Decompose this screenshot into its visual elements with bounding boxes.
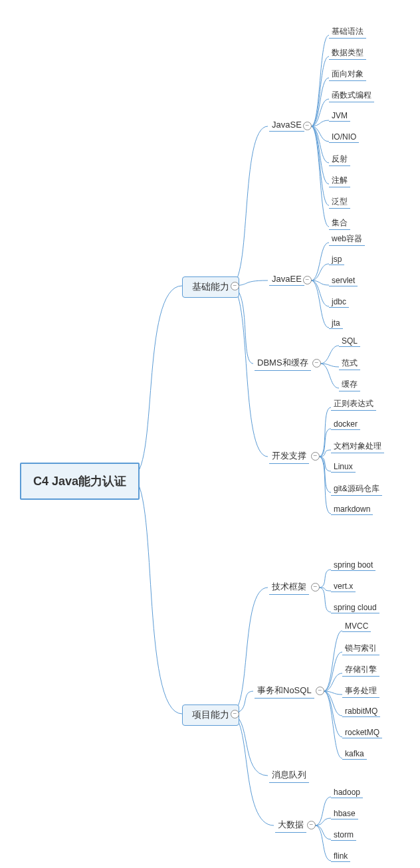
mid-bigdata[interactable]: 大数据 xyxy=(275,817,306,833)
collapse-icon[interactable]: − xyxy=(307,821,316,829)
collapse-icon[interactable]: − xyxy=(303,122,312,130)
leaf-node[interactable]: hadoop xyxy=(331,787,363,798)
leaf-node[interactable]: vert.x xyxy=(331,581,356,592)
leaf-node[interactable]: 范式 xyxy=(339,357,360,370)
leaf-node[interactable]: IO/NIO xyxy=(329,132,359,143)
leaf-node[interactable]: flink xyxy=(331,851,350,862)
leaf-node[interactable]: spring cloud xyxy=(331,602,379,613)
collapse-icon[interactable]: − xyxy=(312,359,321,368)
collapse-icon[interactable]: − xyxy=(231,282,239,290)
collapse-icon[interactable]: − xyxy=(316,687,324,695)
leaf-node[interactable]: jdbc xyxy=(329,296,349,308)
mid-dbms[interactable]: DBMS和缓存 xyxy=(255,356,311,371)
mid-javase[interactable]: JavaSE xyxy=(269,118,304,132)
mid-transaction[interactable]: 事务和NoSQL xyxy=(255,683,314,699)
leaf-node[interactable]: servlet xyxy=(329,275,358,286)
leaf-node[interactable]: MVCC xyxy=(342,621,371,632)
leaf-node[interactable]: 注解 xyxy=(329,174,350,187)
root-node[interactable]: C4 Java能力认证 xyxy=(20,463,140,500)
leaf-node[interactable]: rabbitMQ xyxy=(342,706,380,717)
collapse-icon[interactable]: − xyxy=(231,710,239,718)
leaf-node[interactable]: 锁与索引 xyxy=(342,642,379,655)
leaf-node[interactable]: storm xyxy=(331,829,356,841)
leaf-node[interactable]: jta xyxy=(329,318,343,329)
leaf-node[interactable]: 存储引擎 xyxy=(342,663,379,677)
leaf-node[interactable]: 事务处理 xyxy=(342,685,379,698)
leaf-node[interactable]: Linux xyxy=(331,461,356,473)
leaf-node[interactable]: web容器 xyxy=(329,233,365,246)
mid-mq[interactable]: 消息队列 xyxy=(269,768,309,783)
leaf-node[interactable]: kafka xyxy=(342,748,367,760)
collapse-icon[interactable]: − xyxy=(311,583,320,592)
leaf-node[interactable]: rocketMQ xyxy=(342,727,382,738)
leaf-node[interactable]: 泛型 xyxy=(329,195,350,209)
leaf-node[interactable]: 函数式编程 xyxy=(329,89,374,102)
leaf-node[interactable]: jsp xyxy=(329,254,344,265)
leaf-node[interactable]: 基础语法 xyxy=(329,25,366,39)
mid-javaee[interactable]: JavaEE xyxy=(269,272,304,286)
mid-devsupport[interactable]: 开发支撑 xyxy=(269,449,309,464)
collapse-icon[interactable]: − xyxy=(303,276,312,284)
leaf-node[interactable]: git&源码仓库 xyxy=(331,483,382,496)
mid-framework[interactable]: 技术框架 xyxy=(269,580,309,595)
collapse-icon[interactable]: − xyxy=(311,452,320,461)
leaf-node[interactable]: 文档对象处理 xyxy=(331,440,384,453)
leaf-node[interactable]: 集合 xyxy=(329,217,350,230)
leaf-node[interactable]: spring boot xyxy=(331,560,375,571)
leaf-node[interactable]: 正则表达式 xyxy=(331,397,376,411)
leaf-node[interactable]: hbase xyxy=(331,808,358,819)
leaf-node[interactable]: JVM xyxy=(329,110,350,122)
leaf-node[interactable]: docker xyxy=(331,419,360,430)
leaf-node[interactable]: 面向对象 xyxy=(329,68,366,81)
leaf-node[interactable]: 数据类型 xyxy=(329,47,366,60)
leaf-node[interactable]: 缓存 xyxy=(339,378,360,391)
leaf-node[interactable]: 反射 xyxy=(329,153,350,166)
leaf-node[interactable]: markdown xyxy=(331,504,373,515)
leaf-node[interactable]: SQL xyxy=(339,336,360,347)
